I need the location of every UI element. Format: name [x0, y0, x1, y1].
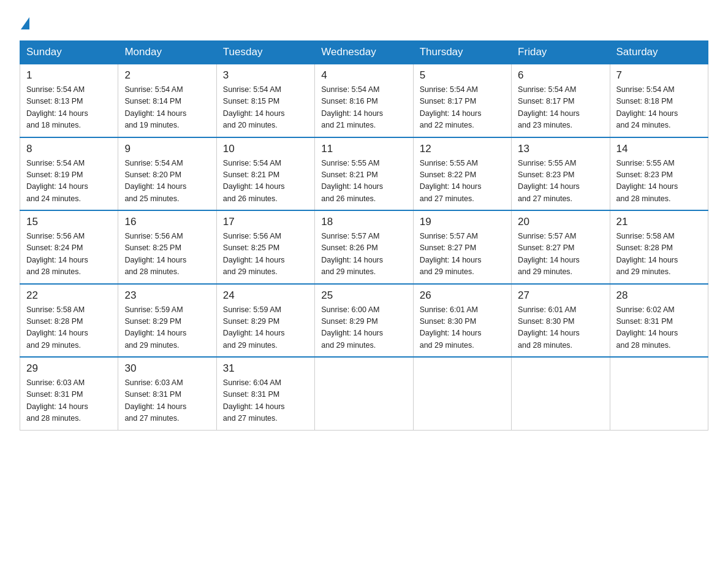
- calendar-cell: 13 Sunrise: 5:55 AMSunset: 8:23 PMDaylig…: [512, 137, 610, 211]
- day-info: Sunrise: 6:01 AMSunset: 8:30 PMDaylight:…: [518, 304, 603, 352]
- calendar-cell: 23 Sunrise: 5:59 AMSunset: 8:29 PMDaylig…: [118, 284, 216, 358]
- day-number: 21: [616, 216, 702, 228]
- day-number: 17: [223, 216, 308, 228]
- day-number: 10: [223, 143, 308, 155]
- day-info: Sunrise: 5:57 AMSunset: 8:27 PMDaylight:…: [518, 231, 603, 278]
- calendar-cell: 11 Sunrise: 5:55 AMSunset: 8:21 PMDaylig…: [315, 137, 413, 211]
- day-info: Sunrise: 5:59 AMSunset: 8:29 PMDaylight:…: [223, 304, 308, 352]
- day-number: 31: [223, 362, 308, 375]
- day-info: Sunrise: 5:57 AMSunset: 8:27 PMDaylight:…: [420, 231, 505, 278]
- day-number: 14: [616, 143, 702, 155]
- day-info: Sunrise: 5:56 AMSunset: 8:25 PMDaylight:…: [223, 231, 308, 278]
- day-info: Sunrise: 6:03 AMSunset: 8:31 PMDaylight:…: [26, 377, 112, 425]
- day-number: 20: [518, 216, 603, 228]
- calendar-cell: 12 Sunrise: 5:55 AMSunset: 8:22 PMDaylig…: [413, 137, 511, 211]
- day-header-tuesday: Tuesday: [216, 41, 314, 64]
- day-info: Sunrise: 5:54 AMSunset: 8:21 PMDaylight:…: [223, 158, 308, 205]
- calendar-cell: 6 Sunrise: 5:54 AMSunset: 8:17 PMDayligh…: [512, 64, 610, 137]
- day-info: Sunrise: 6:04 AMSunset: 8:31 PMDaylight:…: [223, 377, 308, 425]
- day-info: Sunrise: 5:55 AMSunset: 8:21 PMDaylight:…: [321, 158, 406, 205]
- week-row-1: 1 Sunrise: 5:54 AMSunset: 8:13 PMDayligh…: [20, 64, 708, 137]
- day-number: 1: [26, 69, 112, 82]
- days-header-row: SundayMondayTuesdayWednesdayThursdayFrid…: [20, 41, 708, 64]
- day-info: Sunrise: 5:54 AMSunset: 8:17 PMDaylight:…: [518, 84, 603, 132]
- calendar-cell: 30 Sunrise: 6:03 AMSunset: 8:31 PMDaylig…: [118, 357, 216, 430]
- day-number: 6: [518, 69, 603, 82]
- page-header: [20, 15, 708, 29]
- calendar-cell: 2 Sunrise: 5:54 AMSunset: 8:14 PMDayligh…: [118, 64, 216, 137]
- day-number: 23: [124, 289, 210, 302]
- day-info: Sunrise: 5:59 AMSunset: 8:29 PMDaylight:…: [124, 304, 210, 352]
- calendar-cell: 28 Sunrise: 6:02 AMSunset: 8:31 PMDaylig…: [610, 284, 708, 358]
- day-info: Sunrise: 5:55 AMSunset: 8:23 PMDaylight:…: [616, 158, 702, 205]
- day-header-sunday: Sunday: [20, 41, 118, 64]
- day-number: 15: [26, 216, 112, 228]
- calendar-table: SundayMondayTuesdayWednesdayThursdayFrid…: [20, 40, 708, 431]
- day-info: Sunrise: 5:54 AMSunset: 8:14 PMDaylight:…: [124, 84, 210, 132]
- calendar-cell: 3 Sunrise: 5:54 AMSunset: 8:15 PMDayligh…: [216, 64, 314, 137]
- calendar-cell: 1 Sunrise: 5:54 AMSunset: 8:13 PMDayligh…: [20, 64, 118, 137]
- day-number: 16: [124, 216, 210, 228]
- calendar-cell: 10 Sunrise: 5:54 AMSunset: 8:21 PMDaylig…: [216, 137, 314, 211]
- week-row-2: 8 Sunrise: 5:54 AMSunset: 8:19 PMDayligh…: [20, 137, 708, 211]
- day-number: 8: [26, 143, 112, 155]
- day-info: Sunrise: 5:55 AMSunset: 8:23 PMDaylight:…: [518, 158, 603, 205]
- calendar-cell: 7 Sunrise: 5:54 AMSunset: 8:18 PMDayligh…: [610, 64, 708, 137]
- day-header-saturday: Saturday: [610, 41, 708, 64]
- day-number: 27: [518, 289, 603, 302]
- day-number: 9: [124, 143, 210, 155]
- day-number: 12: [420, 143, 505, 155]
- day-number: 4: [321, 69, 406, 82]
- calendar-cell: 31 Sunrise: 6:04 AMSunset: 8:31 PMDaylig…: [216, 357, 314, 430]
- day-number: 19: [420, 216, 505, 228]
- calendar-cell: 16 Sunrise: 5:56 AMSunset: 8:25 PMDaylig…: [118, 210, 216, 284]
- day-info: Sunrise: 5:54 AMSunset: 8:15 PMDaylight:…: [223, 84, 308, 132]
- day-number: 5: [420, 69, 505, 82]
- day-info: Sunrise: 5:58 AMSunset: 8:28 PMDaylight:…: [26, 304, 112, 352]
- day-info: Sunrise: 5:57 AMSunset: 8:26 PMDaylight:…: [321, 231, 406, 278]
- calendar-cell: [610, 357, 708, 430]
- day-header-thursday: Thursday: [413, 41, 511, 64]
- day-info: Sunrise: 5:55 AMSunset: 8:22 PMDaylight:…: [420, 158, 505, 205]
- calendar-cell: 4 Sunrise: 5:54 AMSunset: 8:16 PMDayligh…: [315, 64, 413, 137]
- day-number: 22: [26, 289, 112, 302]
- week-row-5: 29 Sunrise: 6:03 AMSunset: 8:31 PMDaylig…: [20, 357, 708, 430]
- day-number: 13: [518, 143, 603, 155]
- calendar-cell: 24 Sunrise: 5:59 AMSunset: 8:29 PMDaylig…: [216, 284, 314, 358]
- calendar-cell: 25 Sunrise: 6:00 AMSunset: 8:29 PMDaylig…: [315, 284, 413, 358]
- day-number: 11: [321, 143, 406, 155]
- calendar-cell: 18 Sunrise: 5:57 AMSunset: 8:26 PMDaylig…: [315, 210, 413, 284]
- calendar-cell: 5 Sunrise: 5:54 AMSunset: 8:17 PMDayligh…: [413, 64, 511, 137]
- calendar-cell: 8 Sunrise: 5:54 AMSunset: 8:19 PMDayligh…: [20, 137, 118, 211]
- day-info: Sunrise: 6:00 AMSunset: 8:29 PMDaylight:…: [321, 304, 406, 352]
- day-number: 7: [616, 69, 702, 82]
- day-number: 25: [321, 289, 406, 302]
- day-number: 30: [124, 362, 210, 375]
- day-info: Sunrise: 5:54 AMSunset: 8:19 PMDaylight:…: [26, 158, 112, 205]
- calendar-cell: [413, 357, 511, 430]
- day-info: Sunrise: 6:02 AMSunset: 8:31 PMDaylight:…: [616, 304, 702, 352]
- day-info: Sunrise: 5:54 AMSunset: 8:13 PMDaylight:…: [26, 84, 112, 132]
- day-info: Sunrise: 5:56 AMSunset: 8:25 PMDaylight:…: [124, 231, 210, 278]
- day-info: Sunrise: 5:54 AMSunset: 8:18 PMDaylight:…: [616, 84, 702, 132]
- day-info: Sunrise: 5:54 AMSunset: 8:20 PMDaylight:…: [124, 158, 210, 205]
- calendar-cell: 9 Sunrise: 5:54 AMSunset: 8:20 PMDayligh…: [118, 137, 216, 211]
- calendar-cell: 27 Sunrise: 6:01 AMSunset: 8:30 PMDaylig…: [512, 284, 610, 358]
- day-header-friday: Friday: [512, 41, 610, 64]
- day-number: 29: [26, 362, 112, 375]
- day-info: Sunrise: 6:01 AMSunset: 8:30 PMDaylight:…: [420, 304, 505, 352]
- week-row-4: 22 Sunrise: 5:58 AMSunset: 8:28 PMDaylig…: [20, 284, 708, 358]
- day-info: Sunrise: 5:54 AMSunset: 8:16 PMDaylight:…: [321, 84, 406, 132]
- calendar-cell: 19 Sunrise: 5:57 AMSunset: 8:27 PMDaylig…: [413, 210, 511, 284]
- day-number: 3: [223, 69, 308, 82]
- calendar-cell: [512, 357, 610, 430]
- calendar-cell: 29 Sunrise: 6:03 AMSunset: 8:31 PMDaylig…: [20, 357, 118, 430]
- day-info: Sunrise: 6:03 AMSunset: 8:31 PMDaylight:…: [124, 377, 210, 425]
- calendar-cell: 26 Sunrise: 6:01 AMSunset: 8:30 PMDaylig…: [413, 284, 511, 358]
- day-number: 28: [616, 289, 702, 302]
- logo-triangle-icon: [21, 17, 29, 29]
- day-header-wednesday: Wednesday: [315, 41, 413, 64]
- day-number: 26: [420, 289, 505, 302]
- calendar-cell: 17 Sunrise: 5:56 AMSunset: 8:25 PMDaylig…: [216, 210, 314, 284]
- calendar-cell: 15 Sunrise: 5:56 AMSunset: 8:24 PMDaylig…: [20, 210, 118, 284]
